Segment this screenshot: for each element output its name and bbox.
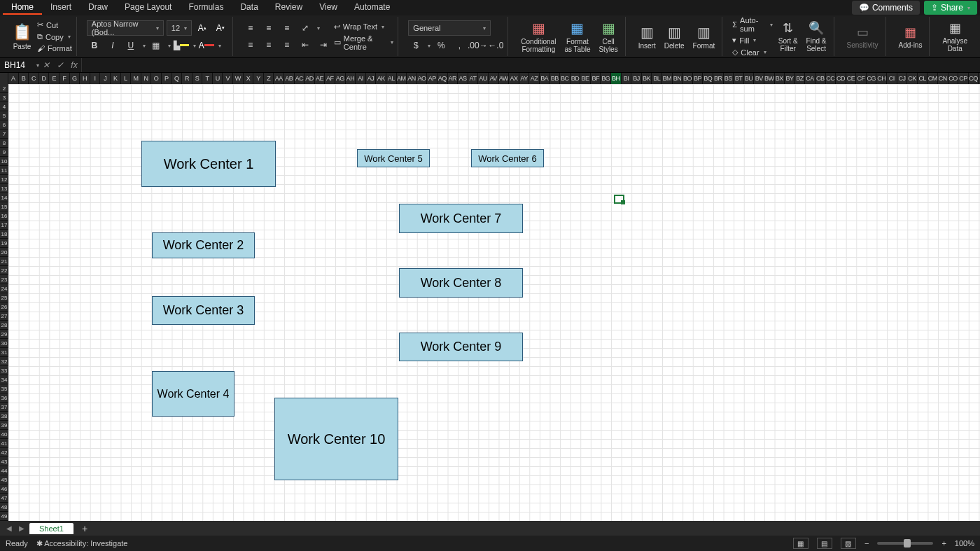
col-header[interactable]: W (233, 73, 244, 84)
pagebreak-view-button[interactable]: ▧ (841, 538, 856, 549)
row-header[interactable]: 26 (0, 302, 8, 312)
row-header[interactable]: 9 (0, 148, 8, 157)
col-header[interactable]: T (202, 73, 213, 84)
fill-color-button[interactable]: ▙ (174, 39, 189, 53)
italic-button[interactable]: I (105, 39, 120, 53)
currency-button[interactable]: $ (408, 39, 424, 53)
col-header[interactable]: K (111, 73, 121, 84)
comments-button[interactable]: 💬 Comments (852, 1, 920, 15)
row-header[interactable]: 5 (0, 111, 8, 120)
col-header[interactable]: BM (662, 73, 673, 84)
col-header[interactable]: V (223, 73, 233, 84)
row-header[interactable]: 32 (0, 357, 8, 366)
enter-fx-button[interactable]: ✓ (53, 60, 67, 70)
row-header[interactable]: 6 (0, 120, 8, 130)
col-header[interactable]: G (70, 73, 80, 84)
col-header[interactable]: CG (867, 73, 877, 84)
row-header[interactable]: 22 (0, 266, 8, 275)
conditional-formatting-button[interactable]: ▦Conditional Formatting (518, 20, 559, 53)
col-header[interactable]: AZ (529, 73, 540, 84)
menu-tab-draw[interactable]: Draw (80, 1, 116, 15)
col-header[interactable]: BC (560, 73, 570, 84)
menu-tab-automate[interactable]: Automate (346, 1, 398, 15)
font-size-select[interactable]: 12▾ (167, 20, 192, 36)
col-header[interactable]: X (244, 73, 254, 84)
col-header[interactable]: BN (673, 73, 683, 84)
zoom-level[interactable]: 100% (955, 539, 974, 547)
orientation-button[interactable]: ⤢ (298, 21, 313, 35)
name-box[interactable]: BH14▾ (0, 60, 39, 70)
row-header[interactable]: 14 (0, 193, 8, 202)
row-header[interactable]: 15 (0, 202, 8, 211)
border-button[interactable]: ▦ (148, 39, 164, 53)
col-header[interactable]: BQ (703, 73, 713, 84)
align-right-button[interactable]: ≡ (279, 38, 295, 52)
sheet-tab[interactable]: Sheet1 (29, 523, 74, 534)
col-header[interactable]: BT (734, 73, 744, 84)
col-header[interactable]: CQ (969, 73, 979, 84)
col-header[interactable]: BS (724, 73, 734, 84)
col-header[interactable]: BD (570, 73, 581, 84)
row-header[interactable]: 42 (0, 448, 8, 457)
row-header[interactable]: 29 (0, 330, 8, 339)
col-header[interactable]: BR (713, 73, 724, 84)
col-header[interactable]: CP (958, 73, 969, 84)
row-header[interactable]: 34 (0, 375, 8, 384)
cell-styles-button[interactable]: ▦Cell Styles (596, 20, 620, 53)
formula-input[interactable] (81, 58, 980, 72)
wrap-text-button[interactable]: ↩Wrap Text▾ (334, 22, 393, 32)
row-header[interactable]: 3 (0, 93, 8, 102)
col-header[interactable]: AQ (438, 73, 448, 84)
col-header[interactable]: BI (622, 73, 632, 84)
row-header[interactable]: 46 (0, 484, 8, 494)
row-header[interactable]: 18 (0, 230, 8, 239)
decrease-decimal-button[interactable]: ←.0 (488, 39, 503, 53)
col-header[interactable]: Q (172, 73, 183, 84)
col-header[interactable]: BE (580, 73, 591, 84)
col-header[interactable]: CF (856, 73, 867, 84)
col-header[interactable]: AL (386, 73, 397, 84)
shape-workcenter[interactable]: Work Center 4 (152, 371, 234, 417)
col-header[interactable]: CA (805, 73, 816, 84)
col-header[interactable]: BB (550, 73, 560, 84)
paste-button[interactable]: 📋 Paste (10, 23, 34, 50)
col-header[interactable]: CL (918, 73, 928, 84)
row-header[interactable]: 19 (0, 239, 8, 248)
row-header[interactable]: 38 (0, 412, 8, 421)
format-as-table-button[interactable]: ▦Format as Table (561, 20, 593, 53)
col-header[interactable]: AM (397, 73, 407, 84)
increase-font-button[interactable]: A▴ (195, 21, 210, 35)
col-header[interactable]: E (49, 73, 59, 84)
clear-button[interactable]: ◇Clear▾ (732, 48, 773, 57)
col-header[interactable]: BK (642, 73, 652, 84)
row-header[interactable]: 17 (0, 221, 8, 230)
col-header[interactable]: J (100, 73, 111, 84)
col-header[interactable]: BU (744, 73, 755, 84)
row-header[interactable]: 13 (0, 184, 8, 193)
row-header[interactable]: 8 (0, 139, 8, 148)
align-top-button[interactable]: ≡ (243, 21, 258, 35)
col-header[interactable]: AK (376, 73, 386, 84)
row-header[interactable]: 20 (0, 248, 8, 257)
col-header[interactable]: CO (948, 73, 959, 84)
col-header[interactable]: BY (785, 73, 795, 84)
col-header[interactable]: O (151, 73, 162, 84)
row-header[interactable]: 12 (0, 175, 8, 184)
menu-tab-view[interactable]: View (311, 1, 346, 15)
row-header[interactable]: 41 (0, 439, 8, 448)
shape-workcenter[interactable]: Work Center 1 (141, 141, 276, 187)
menu-tab-review[interactable]: Review (267, 1, 311, 15)
row-header[interactable]: 36 (0, 393, 8, 403)
shape-workcenter[interactable]: Work Center 3 (152, 296, 255, 325)
col-header[interactable]: L (121, 73, 132, 84)
analyse-data-button[interactable]: ▦Analyse Data (939, 20, 970, 53)
row-header[interactable]: 4 (0, 102, 8, 111)
format-painter-button[interactable]: 🖌Format (37, 44, 72, 53)
col-header[interactable]: CD (836, 73, 846, 84)
row-header[interactable]: 39 (0, 421, 8, 430)
sensitivity-button[interactable]: ▭Sensitivity (844, 25, 881, 49)
row-header[interactable]: 45 (0, 475, 8, 484)
col-header[interactable]: AD (304, 73, 315, 84)
font-color-button[interactable]: A (199, 39, 214, 53)
col-header[interactable]: Y (253, 73, 264, 84)
